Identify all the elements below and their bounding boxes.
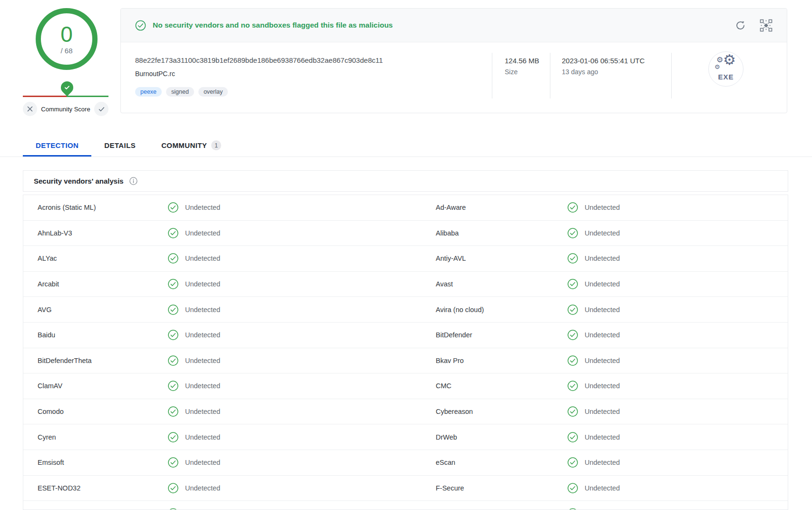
vendor-status: Undetected — [168, 304, 220, 315]
check-circle-icon — [567, 253, 578, 264]
check-circle-icon — [168, 304, 178, 315]
vendor-name: Comodo — [38, 408, 64, 415]
similar-files-icon[interactable] — [760, 19, 773, 32]
table-row: Comodo Undetected Cybereason Undetected — [23, 399, 788, 425]
vendor-name: Arcabit — [38, 280, 59, 288]
tag-peexe[interactable]: peexe — [135, 87, 162, 97]
table-row: ClamAV Undetected CMC Undetected — [23, 373, 788, 399]
check-icon — [98, 106, 105, 113]
vendor-status: Undetected — [567, 202, 620, 213]
tab-details[interactable]: DETAILS — [91, 136, 148, 157]
status-text: Undetected — [585, 459, 620, 466]
status-text: Undetected — [585, 433, 620, 441]
vendor-name: eScan — [436, 459, 455, 466]
detection-score-total: / 68 — [60, 47, 72, 55]
table-row: Acronis (Static ML) Undetected Ad-Aware … — [23, 195, 788, 221]
vendor-status: Undetected — [567, 483, 620, 493]
check-circle-icon — [567, 508, 578, 510]
status-text: Undetected — [185, 331, 220, 339]
vendor-name: ESET-NOD32 — [38, 484, 80, 492]
vendor-status: Undetected — [168, 432, 220, 442]
vote-malicious-button[interactable] — [23, 102, 37, 116]
vendor-name: Alibaba — [436, 229, 459, 237]
status-text: Undetected — [585, 306, 620, 314]
file-name: BurnoutPC.rc — [135, 70, 175, 78]
status-text: Undetected — [185, 408, 220, 415]
check-circle-icon — [567, 228, 578, 238]
status-text: Undetected — [185, 484, 220, 492]
reanalyze-icon[interactable] — [734, 20, 746, 31]
vendor-name: CMC — [436, 382, 451, 390]
gear-icon: ⚙ — [714, 64, 720, 70]
tab-detection[interactable]: DETECTION — [23, 136, 91, 157]
verdict-message: No security vendors and no sandboxes fla… — [153, 21, 393, 29]
divider — [550, 53, 550, 98]
vendor-name: BitDefenderTheta — [38, 357, 92, 364]
check-circle-icon — [567, 483, 578, 493]
vendor-status: Undetected — [567, 381, 620, 391]
check-circle-icon — [168, 279, 178, 289]
vendor-name: Cybereason — [436, 408, 473, 415]
vendor-name: Antiy-AVL — [436, 255, 466, 262]
vendor-name: Baidu — [38, 331, 55, 339]
info-icon[interactable] — [129, 177, 137, 185]
check-circle-icon — [567, 457, 578, 468]
table-row: AVG Undetected Avira (no cloud) Undetect… — [23, 297, 788, 323]
vendor-status: Undetected — [168, 483, 220, 493]
file-size-label: Size — [505, 68, 539, 76]
tag-overlay[interactable]: overlay — [198, 87, 228, 97]
tag-signed[interactable]: signed — [166, 87, 194, 97]
status-text: Undetected — [585, 357, 620, 364]
vendor-status: Undetected — [168, 202, 220, 213]
vendor-name: F-Secure — [436, 484, 464, 492]
status-text: Undetected — [585, 484, 620, 492]
analysis-title: Security vendors' analysis — [34, 177, 124, 185]
vendor-name: Ad-Aware — [436, 204, 466, 211]
check-circle-icon — [567, 381, 578, 391]
vendor-status: Undetected — [567, 253, 620, 264]
status-text: Undetected — [185, 204, 220, 211]
check-circle-icon — [168, 432, 178, 442]
vendor-status: Undetected — [567, 304, 620, 315]
vendor-status: Undetected — [168, 228, 220, 238]
table-row: Baidu Undetected BitDefender Undetected — [23, 323, 788, 348]
vendor-name: Avast — [436, 280, 453, 288]
table-row: AhnLab-V3 Undetected Alibaba Undetected — [23, 221, 788, 246]
vendor-name: Emsisoft — [38, 459, 64, 466]
check-circle-icon — [168, 457, 178, 468]
vendor-name: AhnLab-V3 — [38, 229, 72, 237]
divider — [492, 53, 492, 98]
table-row: ALYac Undetected Antiy-AVL Undetected — [23, 246, 788, 272]
file-type-label: EXE — [709, 73, 743, 81]
vendor-name: BitDefender — [436, 331, 472, 339]
vote-harmless-button[interactable] — [94, 102, 108, 116]
vendor-status: Undetected — [168, 457, 220, 468]
community-score-gauge — [23, 96, 108, 97]
check-circle-icon — [168, 355, 178, 366]
detection-score-value: 0 — [60, 23, 73, 45]
check-circle-icon — [168, 330, 178, 340]
vendor-status: Undetected — [567, 355, 620, 366]
vendor-analysis-table: Acronis (Static ML) Undetected Ad-Aware … — [23, 195, 788, 510]
tab-community[interactable]: COMMUNITY 1 — [148, 136, 234, 157]
check-circle-icon — [567, 355, 578, 366]
status-text: Undetected — [185, 280, 220, 288]
table-row: Arcabit Undetected Avast Undetected — [23, 272, 788, 297]
divider — [671, 53, 672, 98]
verdict-banner: No security vendors and no sandboxes fla… — [121, 9, 787, 42]
vendor-status: Undetected — [567, 330, 620, 340]
file-summary-card: No security vendors and no sandboxes fla… — [120, 8, 787, 113]
table-row — [23, 501, 788, 510]
check-circle-icon — [168, 406, 178, 417]
check-circle-icon — [168, 381, 178, 391]
vendor-status: Undetected — [168, 330, 220, 340]
vendor-name: DrWeb — [436, 433, 457, 441]
check-circle-icon — [168, 228, 178, 238]
status-text: Undetected — [185, 459, 220, 466]
vendor-status — [168, 508, 185, 510]
x-icon — [27, 106, 33, 112]
check-circle-icon — [567, 279, 578, 289]
community-score-pin-icon — [59, 79, 76, 97]
gear-icon: ⚙ — [723, 53, 736, 67]
check-circle-icon — [168, 508, 178, 510]
